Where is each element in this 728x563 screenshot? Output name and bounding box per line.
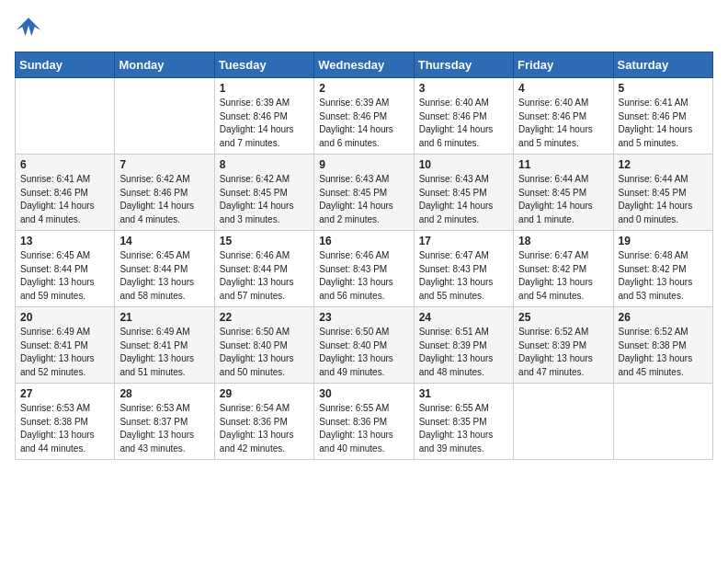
day-number: 31: [419, 387, 508, 400]
day-number: 14: [119, 235, 209, 247]
day-number: 22: [220, 311, 309, 324]
calendar-cell: 30Sunrise: 6:55 AMSunset: 8:36 PMDayligh…: [314, 384, 414, 460]
calendar-cell: 22Sunrise: 6:50 AMSunset: 8:40 PMDayligh…: [214, 307, 313, 384]
day-info: Sunrise: 6:45 AMSunset: 8:44 PMDaylight:…: [119, 249, 209, 303]
day-info: Sunrise: 6:49 AMSunset: 8:41 PMDaylight:…: [20, 326, 109, 379]
calendar-cell: 29Sunrise: 6:54 AMSunset: 8:36 PMDayligh…: [214, 384, 313, 460]
calendar-cell: 21Sunrise: 6:49 AMSunset: 8:41 PMDayligh…: [115, 307, 214, 384]
calendar-body: 1Sunrise: 6:39 AMSunset: 8:46 PMDaylight…: [16, 78, 713, 460]
day-info: Sunrise: 6:43 AMSunset: 8:45 PMDaylight:…: [319, 173, 408, 226]
calendar-week-1: 1Sunrise: 6:39 AMSunset: 8:46 PMDaylight…: [16, 78, 713, 155]
day-info: Sunrise: 6:53 AMSunset: 8:38 PMDaylight:…: [20, 402, 109, 455]
calendar-cell: 18Sunrise: 6:47 AMSunset: 8:42 PMDayligh…: [514, 231, 613, 307]
day-info: Sunrise: 6:55 AMSunset: 8:36 PMDaylight:…: [319, 402, 408, 455]
day-info: Sunrise: 6:47 AMSunset: 8:42 PMDaylight:…: [518, 249, 608, 303]
day-number: 30: [319, 387, 408, 400]
day-info: Sunrise: 6:42 AMSunset: 8:46 PMDaylight:…: [119, 173, 209, 226]
day-info: Sunrise: 6:40 AMSunset: 8:46 PMDaylight:…: [419, 97, 508, 150]
day-info: Sunrise: 6:46 AMSunset: 8:43 PMDaylight:…: [319, 249, 408, 303]
day-info: Sunrise: 6:54 AMSunset: 8:36 PMDaylight:…: [220, 402, 309, 455]
weekday-header-tuesday: Tuesday: [214, 52, 313, 78]
day-number: 23: [319, 311, 408, 324]
logo: [15, 15, 46, 42]
calendar-cell: 10Sunrise: 6:43 AMSunset: 8:45 PMDayligh…: [414, 155, 513, 231]
calendar-cell: [613, 384, 712, 460]
day-number: 25: [518, 311, 608, 324]
day-number: 20: [20, 311, 109, 324]
day-info: Sunrise: 6:40 AMSunset: 8:46 PMDaylight:…: [518, 97, 608, 150]
calendar-cell: 24Sunrise: 6:51 AMSunset: 8:39 PMDayligh…: [414, 307, 513, 384]
day-number: 1: [220, 82, 309, 95]
day-info: Sunrise: 6:43 AMSunset: 8:45 PMDaylight:…: [419, 173, 508, 226]
calendar-cell: 1Sunrise: 6:39 AMSunset: 8:46 PMDaylight…: [214, 78, 313, 155]
day-number: 17: [419, 235, 508, 247]
day-info: Sunrise: 6:45 AMSunset: 8:44 PMDaylight:…: [20, 249, 109, 303]
calendar-cell: 31Sunrise: 6:55 AMSunset: 8:35 PMDayligh…: [414, 384, 513, 460]
calendar-cell: 12Sunrise: 6:44 AMSunset: 8:45 PMDayligh…: [613, 155, 712, 231]
day-info: Sunrise: 6:50 AMSunset: 8:40 PMDaylight:…: [220, 326, 309, 379]
day-info: Sunrise: 6:50 AMSunset: 8:40 PMDaylight:…: [319, 326, 408, 379]
day-number: 15: [220, 235, 309, 247]
day-number: 19: [619, 235, 708, 247]
day-info: Sunrise: 6:41 AMSunset: 8:46 PMDaylight:…: [20, 173, 109, 226]
day-number: 28: [119, 387, 209, 400]
calendar-cell: 13Sunrise: 6:45 AMSunset: 8:44 PMDayligh…: [16, 231, 115, 307]
day-info: Sunrise: 6:41 AMSunset: 8:46 PMDaylight:…: [619, 97, 708, 150]
day-number: 7: [119, 158, 209, 171]
day-number: 26: [619, 311, 708, 324]
weekday-header-thursday: Thursday: [414, 52, 513, 78]
calendar-week-2: 6Sunrise: 6:41 AMSunset: 8:46 PMDaylight…: [16, 155, 713, 231]
calendar-cell: 15Sunrise: 6:46 AMSunset: 8:44 PMDayligh…: [214, 231, 313, 307]
day-number: 16: [319, 235, 408, 247]
calendar-cell: 28Sunrise: 6:53 AMSunset: 8:37 PMDayligh…: [115, 384, 214, 460]
weekday-header-wednesday: Wednesday: [314, 52, 414, 78]
weekday-header-sunday: Sunday: [16, 52, 115, 78]
day-info: Sunrise: 6:48 AMSunset: 8:42 PMDaylight:…: [619, 249, 708, 303]
day-info: Sunrise: 6:55 AMSunset: 8:35 PMDaylight:…: [419, 402, 508, 455]
day-number: 9: [319, 158, 408, 171]
calendar-week-5: 27Sunrise: 6:53 AMSunset: 8:38 PMDayligh…: [16, 384, 713, 460]
weekday-header-saturday: Saturday: [613, 52, 712, 78]
day-info: Sunrise: 6:51 AMSunset: 8:39 PMDaylight:…: [419, 326, 508, 379]
day-number: 6: [20, 158, 109, 171]
calendar-cell: 11Sunrise: 6:44 AMSunset: 8:45 PMDayligh…: [514, 155, 613, 231]
day-number: 5: [619, 82, 708, 95]
day-info: Sunrise: 6:52 AMSunset: 8:39 PMDaylight:…: [518, 326, 608, 379]
calendar-cell: 23Sunrise: 6:50 AMSunset: 8:40 PMDayligh…: [314, 307, 414, 384]
day-number: 11: [518, 158, 608, 171]
day-number: 13: [20, 235, 109, 247]
day-number: 2: [319, 82, 408, 95]
day-number: 3: [419, 82, 508, 95]
day-number: 24: [419, 311, 508, 324]
calendar-cell: 7Sunrise: 6:42 AMSunset: 8:46 PMDaylight…: [115, 155, 214, 231]
day-number: 29: [220, 387, 309, 400]
calendar-cell: 5Sunrise: 6:41 AMSunset: 8:46 PMDaylight…: [613, 78, 712, 155]
calendar-cell: 26Sunrise: 6:52 AMSunset: 8:38 PMDayligh…: [613, 307, 712, 384]
day-info: Sunrise: 6:49 AMSunset: 8:41 PMDaylight:…: [119, 326, 209, 379]
calendar-cell: [514, 384, 613, 460]
page-header: [15, 15, 713, 42]
calendar-cell: 17Sunrise: 6:47 AMSunset: 8:43 PMDayligh…: [414, 231, 513, 307]
calendar-cell: 19Sunrise: 6:48 AMSunset: 8:42 PMDayligh…: [613, 231, 712, 307]
calendar-cell: [115, 78, 214, 155]
day-info: Sunrise: 6:52 AMSunset: 8:38 PMDaylight:…: [619, 326, 708, 379]
day-number: 4: [518, 82, 608, 95]
logo-icon: [15, 15, 42, 42]
day-number: 21: [119, 311, 209, 324]
weekday-header-monday: Monday: [115, 52, 214, 78]
day-info: Sunrise: 6:46 AMSunset: 8:44 PMDaylight:…: [220, 249, 309, 303]
day-info: Sunrise: 6:44 AMSunset: 8:45 PMDaylight:…: [518, 173, 608, 226]
svg-marker-0: [17, 17, 41, 36]
calendar-cell: 2Sunrise: 6:39 AMSunset: 8:46 PMDaylight…: [314, 78, 414, 155]
calendar-cell: 8Sunrise: 6:42 AMSunset: 8:45 PMDaylight…: [214, 155, 313, 231]
day-number: 12: [619, 158, 708, 171]
calendar-cell: 27Sunrise: 6:53 AMSunset: 8:38 PMDayligh…: [16, 384, 115, 460]
calendar-cell: 16Sunrise: 6:46 AMSunset: 8:43 PMDayligh…: [314, 231, 414, 307]
calendar-cell: 3Sunrise: 6:40 AMSunset: 8:46 PMDaylight…: [414, 78, 513, 155]
day-info: Sunrise: 6:39 AMSunset: 8:46 PMDaylight:…: [319, 97, 408, 150]
day-number: 18: [518, 235, 608, 247]
calendar-cell: [16, 78, 115, 155]
day-number: 10: [419, 158, 508, 171]
day-info: Sunrise: 6:44 AMSunset: 8:45 PMDaylight:…: [619, 173, 708, 226]
day-info: Sunrise: 6:42 AMSunset: 8:45 PMDaylight:…: [220, 173, 309, 226]
